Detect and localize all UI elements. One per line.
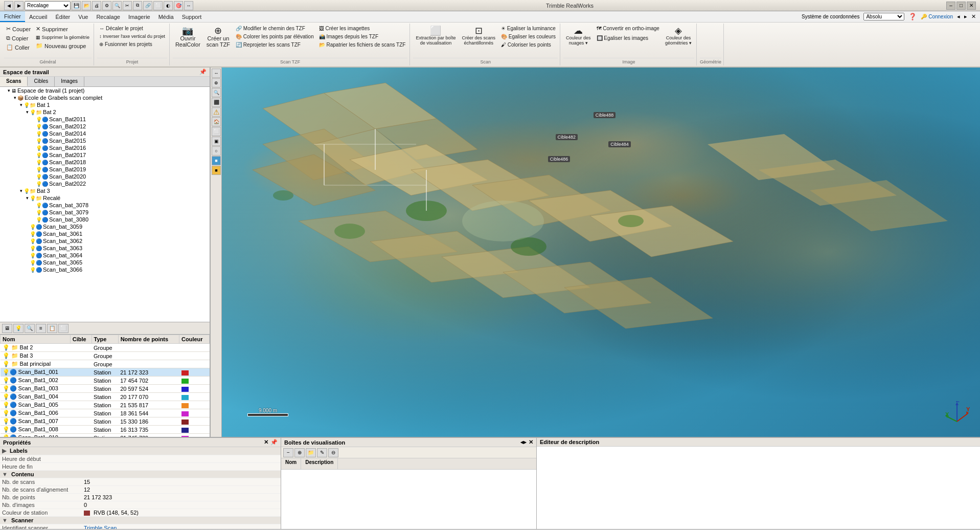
viz-tb-add[interactable]: ⊕ — [294, 448, 305, 457]
ribbon-egaliser-coul[interactable]: 🎨 Egaliser les couleurs — [499, 33, 558, 40]
table-row[interactable]: 💡🔵 Scan_Bat1_001Station21 172 323 — [1, 368, 210, 377]
lt-btn-7[interactable]: ⬜ — [212, 127, 221, 136]
tree-scan3064[interactable]: 💡🔵 Scan_bat_3064 — [0, 252, 210, 259]
ribbon-creer-scans-ech[interactable]: ⊡ Créer des scanséchantillonnés — [459, 25, 498, 47]
ribbon-supprimer[interactable]: ✕Supprimer — [34, 25, 92, 33]
ribbon-reprojeter[interactable]: 🔄 Reprojeter les scans TZF — [234, 41, 316, 49]
panel-max-btn[interactable]: ▸ — [964, 13, 967, 20]
undo-dropdown[interactable]: Recalage — [25, 1, 71, 10]
toolbar-btn-7[interactable]: ⧉ — [133, 1, 142, 10]
toolbar-btn-11[interactable]: 🎯 — [174, 1, 183, 10]
props-pin-btn[interactable]: 📌 — [270, 439, 278, 446]
tree-scan3079[interactable]: 💡🔵 Scan_bat_3079 — [0, 209, 210, 216]
ribbon-copier[interactable]: ⧉Copier — [4, 34, 33, 42]
menu-accueil[interactable]: Accueil — [25, 11, 51, 22]
tree-tb-2[interactable]: 💡 — [13, 324, 24, 333]
lt-btn-3[interactable]: 🔍 — [212, 88, 221, 97]
tree-scan2015[interactable]: 💡🔵 Scan_Bat2015 — [0, 137, 210, 144]
tree-scan3063[interactable]: 💡🔵 Scan_bat_3063 — [0, 245, 210, 252]
ribbon-creer-imagettes[interactable]: 🖼 Créer les imagettes — [317, 25, 408, 32]
coord-system-select[interactable]: Absolu — [863, 13, 904, 20]
ribbon-images-tzf[interactable]: 📸 Images depuis les TZF — [317, 33, 408, 40]
toolbar-btn-6[interactable]: ✂ — [123, 1, 132, 10]
menu-media[interactable]: Média — [154, 11, 178, 22]
redo-btn[interactable]: ▶ — [14, 1, 24, 10]
tree-tb-1[interactable]: 🖥 — [2, 324, 12, 333]
lt-btn-8[interactable]: ▣ — [212, 137, 221, 146]
toolbar-btn-10[interactable]: ◐ — [164, 1, 173, 10]
table-row[interactable]: 💡🔵 Scan_Bat1_007Station15 330 186 — [1, 417, 210, 426]
tree-scan2011[interactable]: 💡🔵 Scan_Bat2011 — [0, 116, 210, 123]
lt-btn-9[interactable]: ○ — [212, 146, 221, 156]
tree-bat1[interactable]: ▾ 💡📁 Bat 1 — [0, 101, 210, 108]
tree-scan3080[interactable]: 💡🔵 Scan_bat_3080 — [0, 216, 210, 223]
menu-editer[interactable]: Éditer — [51, 11, 74, 22]
lt-btn-4[interactable]: ⬛ — [212, 98, 221, 107]
toolbar-btn-9[interactable]: ⬜ — [153, 1, 163, 10]
panel-close-btn[interactable]: ✕ — [971, 13, 976, 20]
ribbon-egaliser-lum[interactable]: ☀ Egaliser la luminance — [499, 25, 558, 32]
undo-btn[interactable]: ◀ — [4, 1, 13, 10]
tree-ecole[interactable]: ▾ 📦 Ecole de Grabels scan complet — [0, 94, 210, 101]
tree-tb-5[interactable]: 📋 — [47, 324, 57, 333]
table-row[interactable]: 💡🔵 Scan_Bat1_002Station17 454 702 — [1, 377, 210, 385]
table-row[interactable]: 💡🔵 Scan_Bat1_008Station16 313 735 — [1, 426, 210, 434]
tree-tb-3[interactable]: 🔍 — [25, 324, 35, 333]
props-close-btn[interactable]: ✕ — [264, 439, 268, 446]
ribbon-creer-scan-tzf[interactable]: ⊕ Créer unscan TZF — [204, 25, 233, 49]
table-row[interactable]: 💡🔵 Scan_Bat1_004Station20 177 070 — [1, 393, 210, 401]
ribbon-couleur-geo[interactable]: ◈ Couleur desgéométries ▾ — [663, 25, 694, 47]
menu-imagerie[interactable]: Imagerie — [124, 11, 154, 22]
ribbon-couper[interactable]: ✂Couper — [4, 25, 33, 33]
ribbon-coloriser[interactable]: 🖌 Coloriser les points — [499, 41, 558, 49]
ribbon-colorer-elevation[interactable]: 🎨 Colorer les points par élévation — [234, 33, 316, 40]
ribbon-egaliser-images[interactable]: 🔲 Egaliser les images — [595, 34, 662, 42]
lt-btn-11[interactable]: ■ — [212, 166, 221, 175]
ribbon-nouveau-groupe[interactable]: 📁Nouveau groupe — [34, 41, 92, 50]
tree-scan3065[interactable]: 💡🔵 Scan_bat_3065 — [0, 259, 210, 266]
tree-recale[interactable]: ▾ 💡📁 Recalé — [0, 194, 210, 202]
toolbar-btn-2[interactable]: 📂 — [82, 1, 91, 10]
ribbon-convertir-ortho[interactable]: 🗺 Convertir en ortho-image — [595, 25, 662, 32]
viz-close-btn[interactable]: ✕ — [529, 439, 533, 446]
table-row[interactable]: 💡🔵 Scan_Bat1_006Station18 361 544 — [1, 409, 210, 417]
panel-min-btn[interactable]: ◂ — [957, 13, 960, 20]
toolbar-btn-12[interactable]: ↔ — [184, 1, 193, 10]
tree-root[interactable]: ▾ 🖥 Espace de travail (1 projet) — [0, 87, 210, 94]
tree-tb-6[interactable]: ⬜ — [58, 324, 69, 333]
ribbon-decaler[interactable]: ↔ Décaler le projet — [97, 25, 167, 32]
table-row[interactable]: 💡🔵 Scan_Bat1_003Station20 597 524 — [1, 385, 210, 393]
undo-toolbar[interactable]: ◀ ▶ Recalage 💾 📂 🖨 ⚙ 🔍 ✂ ⧉ 🔗 ⬜ ◐ 🎯 ↔ — [4, 1, 193, 10]
tree-scan2014[interactable]: 💡🔵 Scan_Bat2014 — [0, 130, 210, 137]
toolbar-btn-5[interactable]: 🔍 — [112, 1, 122, 10]
window-controls[interactable]: – □ ✕ — [946, 2, 976, 10]
ribbon-supprimer-geo[interactable]: ▦ Supprimer la géométrie — [34, 34, 92, 41]
toolbar-btn-1[interactable]: 💾 — [72, 1, 81, 10]
viz-tb-remove[interactable]: ⊖ — [328, 448, 338, 457]
tree-scan2019[interactable]: 💡🔵 Scan_Bat2019 — [0, 166, 210, 173]
ribbon-modifier-chemin[interactable]: 🔗 Modifier le chemin des TZF — [234, 25, 316, 32]
lt-btn-2[interactable]: ⊕ — [212, 78, 221, 87]
tree-scan2017[interactable]: 💡🔵 Scan_Bat2017 — [0, 151, 210, 159]
tree-scan2018[interactable]: 💡🔵 Scan_Bat2018 — [0, 159, 210, 166]
minimize-btn[interactable]: – — [946, 2, 955, 10]
menu-recalage[interactable]: Recalage — [92, 11, 124, 22]
viz-tb-edit[interactable]: ✎ — [317, 448, 327, 457]
ribbon-extraction[interactable]: ⬜ Extraction par boîtede visualisation — [413, 25, 458, 47]
tree-bat2[interactable]: ▾ 💡📁 Bat 2 — [0, 108, 210, 116]
tree-scan3066[interactable]: 💡🔵 Scan_bat_3066 — [0, 266, 210, 273]
table-row[interactable]: 💡 📁 Bat 2Groupe — [1, 344, 210, 352]
lt-btn-1[interactable]: ↔ — [212, 69, 221, 78]
lt-btn-5[interactable]: ⚠ — [212, 107, 221, 117]
menu-fichier[interactable]: Fichier — [0, 11, 25, 22]
ribbon-fusionner[interactable]: ⊕ Fusionner les projets — [97, 40, 167, 48]
tree-scan2022[interactable]: 💡🔵 Scan_Bat2022 — [0, 180, 210, 187]
viz-pin-btn[interactable]: ◂▸ — [520, 439, 527, 446]
viewport[interactable]: Cible488 Cible482 Cible484 Cible486 9.00… — [222, 68, 980, 437]
tree-scan2012[interactable]: 💡🔵 Scan_Bat2012 — [0, 123, 210, 130]
bottom-table[interactable]: Nom Cible Type Nombre de points Couleur … — [0, 335, 210, 437]
ribbon-coller[interactable]: 📋Coller — [4, 43, 33, 52]
help-icon[interactable]: ❓ — [908, 13, 917, 20]
tab-cibles[interactable]: Cibles — [28, 77, 55, 86]
tree-scan3059[interactable]: 💡🔵 Scan_bat_3059 — [0, 223, 210, 230]
